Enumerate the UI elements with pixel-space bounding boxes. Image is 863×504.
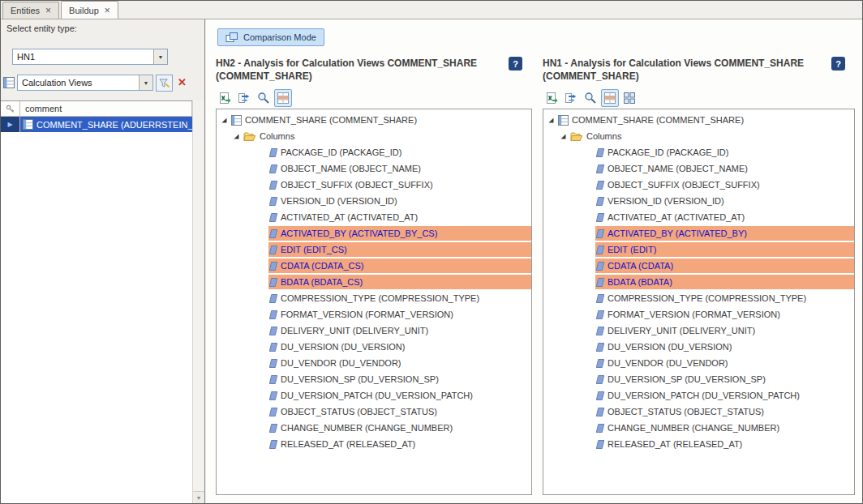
tree-node-label: ACTIVATED_AT (ACTIVATED_AT) <box>608 212 745 222</box>
tree-node-column[interactable]: PACKAGE_ID (PACKAGE_ID) <box>217 144 531 160</box>
tree-node-column[interactable]: EDIT (EDIT_CS) <box>217 241 531 258</box>
tree-node-column[interactable]: DELIVERY_UNIT (DELIVERY_UNIT) <box>543 322 854 339</box>
tree-node-column[interactable]: DU_VERSION_PATCH (DU_VERSION_PATCH) <box>543 387 854 404</box>
tree-node-column[interactable]: BDATA (BDATA_CS) <box>217 274 531 290</box>
tree-node-column[interactable]: DU_VERSION_PATCH (DU_VERSION_PATCH) <box>217 387 531 404</box>
tree-node-column[interactable]: CDATA (CDATA) <box>543 258 854 274</box>
tree-node-column[interactable]: ACTIVATED_BY (ACTIVATED_BY) <box>543 225 854 241</box>
tab-buildup[interactable]: Buildup × <box>61 1 118 19</box>
column-icon <box>269 391 278 400</box>
tree-node-column[interactable]: CHANGE_NUMBER (CHANGE_NUMBER) <box>217 420 531 436</box>
table-icon <box>558 115 569 126</box>
close-icon[interactable]: × <box>105 6 110 15</box>
filter-button[interactable] <box>156 75 173 92</box>
tree-node-label: COMMENT_SHARE (COMMENT_SHARE) <box>245 115 417 125</box>
tree-node-column[interactable]: BDATA (BDATA) <box>543 274 854 290</box>
tree-node-column[interactable]: OBJECT_STATUS (OBJECT_STATUS) <box>217 404 531 420</box>
tree-node-column[interactable]: ACTIVATED_BY (ACTIVATED_BY_CS) <box>217 225 531 241</box>
tree-node-label: BDATA (BDATA) <box>608 277 672 287</box>
tree-items: PACKAGE_ID (PACKAGE_ID) OBJECT_NAME (OBJ… <box>217 144 531 452</box>
tree-node-column[interactable]: EDIT (EDIT) <box>543 241 854 258</box>
column-icon <box>269 262 278 271</box>
tree-node-column[interactable]: ACTIVATED_AT (ACTIVATED_AT) <box>543 209 854 225</box>
tree-node-column[interactable]: OBJECT_SUFFIX (OBJECT_SUFFIX) <box>217 177 531 193</box>
tree-node-column[interactable]: DU_VERSION (DU_VERSION) <box>217 339 531 355</box>
column-icon <box>269 343 278 352</box>
expand-triangle-icon[interactable] <box>560 133 567 140</box>
grid-row-label: COMMENT_SHARE (ADUERRSTEIN_T <box>36 120 192 130</box>
tree-node-column[interactable]: FORMAT_VERSION (FORMAT_VERSION) <box>217 306 531 322</box>
tree-node-column[interactable]: CDATA (CDATA_CS) <box>217 258 531 274</box>
tree-node-root[interactable]: COMMENT_SHARE (COMMENT_SHARE) <box>217 112 531 128</box>
tab-buildup-label: Buildup <box>69 6 99 15</box>
tree-node-root[interactable]: COMMENT_SHARE (COMMENT_SHARE) <box>543 112 854 128</box>
tree-node-column[interactable]: DU_VERSION_SP (DU_VERSION_SP) <box>543 371 854 387</box>
tree-node-column[interactable]: COMPRESSION_TYPE (COMPRESSION_TYPE) <box>217 290 531 306</box>
tree-node-label: OBJECT_NAME (OBJECT_NAME) <box>281 164 421 173</box>
grid-row-comment-share[interactable]: ▶ COMMENT_SHARE (ADUERRSTEIN_T <box>1 117 192 132</box>
tree-node-column[interactable]: RELEASED_AT (RELEASED_AT) <box>543 436 854 452</box>
tree-node-label: DELIVERY_UNIT (DELIVERY_UNIT) <box>281 326 428 335</box>
expand-triangle-icon[interactable] <box>233 133 240 140</box>
tree-node-column[interactable]: COMPRESSION_TYPE (COMPRESSION_TYPE) <box>543 290 854 306</box>
help-icon[interactable]: ? <box>509 57 522 70</box>
column-icon <box>596 229 605 238</box>
grid-view-button[interactable] <box>620 89 638 107</box>
column-header-comment[interactable]: comment <box>20 101 192 116</box>
export-excel-button[interactable] <box>543 89 560 107</box>
clear-filter-icon[interactable]: ✕ <box>178 76 187 88</box>
tree-node-column[interactable]: VERSION_ID (VERSION_ID) <box>543 193 854 209</box>
tree-node-label: BDATA (BDATA_CS) <box>281 277 363 287</box>
tree-node-column[interactable]: PACKAGE_ID (PACKAGE_ID) <box>543 144 854 160</box>
transfer-button[interactable] <box>235 89 253 107</box>
sidebar-scrollbar[interactable]: ▼ <box>192 100 204 503</box>
tree-node-label: DU_VERSION_SP (DU_VERSION_SP) <box>281 374 439 384</box>
tree-node-column[interactable]: RELEASED_AT (RELEASED_AT) <box>217 436 531 452</box>
tree-node-columns[interactable]: Columns <box>217 128 531 144</box>
chevron-down-icon[interactable]: ▼ <box>153 49 167 64</box>
highlight-differences-button[interactable] <box>601 89 619 107</box>
entity-type-select-value: HN1 <box>17 52 35 62</box>
tree-node-column[interactable]: FORMAT_VERSION (FORMAT_VERSION) <box>543 306 854 322</box>
tree-node-label: DU_VERSION_PATCH (DU_VERSION_PATCH) <box>608 391 800 400</box>
column-icon <box>269 375 278 384</box>
transfer-button[interactable] <box>562 89 580 107</box>
scroll-down-icon[interactable]: ▼ <box>193 491 204 503</box>
zoom-button[interactable] <box>255 89 273 107</box>
tree-node-column[interactable]: OBJECT_NAME (OBJECT_NAME) <box>217 160 531 177</box>
tree-node-column[interactable]: DU_VENDOR (DU_VENDOR) <box>217 355 531 371</box>
tree-node-column[interactable]: VERSION_ID (VERSION_ID) <box>217 193 531 209</box>
tree-node-label: DU_VERSION (DU_VERSION) <box>608 342 732 352</box>
column-icon <box>596 197 605 206</box>
tree-node-column[interactable]: DU_VENDOR (DU_VENDOR) <box>543 355 854 371</box>
entity-type-select[interactable]: HN1 ▼ <box>12 49 168 65</box>
tab-bar: Entities × Buildup × <box>1 1 862 19</box>
column-icon <box>596 375 605 384</box>
tree-node-column[interactable]: OBJECT_STATUS (OBJECT_STATUS) <box>543 404 854 420</box>
highlight-differences-button[interactable] <box>274 89 292 107</box>
zoom-button[interactable] <box>582 89 599 107</box>
help-icon[interactable]: ? <box>831 57 845 70</box>
tab-entities[interactable]: Entities × <box>2 2 59 19</box>
tree-node-columns[interactable]: Columns <box>543 128 854 144</box>
tree-node-column[interactable]: DELIVERY_UNIT (DELIVERY_UNIT) <box>217 322 531 339</box>
export-excel-button[interactable] <box>216 89 234 107</box>
tree-node-label: RELEASED_AT (RELEASED_AT) <box>281 439 415 449</box>
close-icon[interactable]: × <box>45 6 51 15</box>
entity-grid: comment ▶ COMMENT_SHARE (ADUERRSTEIN_T <box>1 100 192 503</box>
tree-node-column[interactable]: ACTIVATED_AT (ACTIVATED_AT) <box>217 209 531 225</box>
chevron-down-icon[interactable]: ▼ <box>139 75 152 90</box>
tree-node-column[interactable]: OBJECT_NAME (OBJECT_NAME) <box>543 160 854 177</box>
tree-node-label: EDIT (EDIT) <box>608 245 656 254</box>
tree-node-column[interactable]: DU_VERSION_SP (DU_VERSION_SP) <box>217 371 531 387</box>
expand-triangle-icon[interactable] <box>221 117 228 124</box>
tree-node-column[interactable]: OBJECT_SUFFIX (OBJECT_SUFFIX) <box>543 177 854 193</box>
tree-node-column[interactable]: DU_VERSION (DU_VERSION) <box>543 339 854 355</box>
column-icon <box>596 310 605 319</box>
view-type-select[interactable]: Calculation Views ▼ <box>17 75 153 91</box>
tree-node-label: CDATA (CDATA_CS) <box>281 261 363 271</box>
tree-node-label: ACTIVATED_BY (ACTIVATED_BY) <box>608 229 747 238</box>
tree-node-column[interactable]: CHANGE_NUMBER (CHANGE_NUMBER) <box>543 420 854 436</box>
key-icon <box>1 101 20 116</box>
expand-triangle-icon[interactable] <box>547 117 555 124</box>
